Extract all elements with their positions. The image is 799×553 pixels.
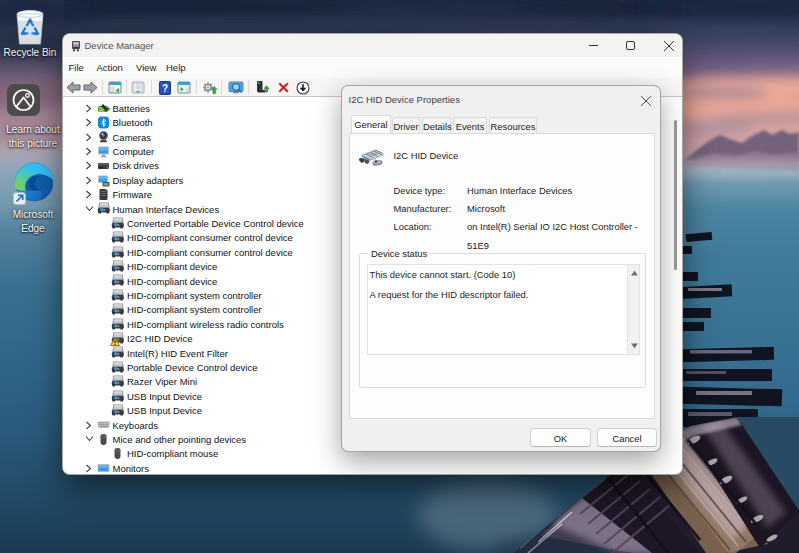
svg-text:?: ? xyxy=(162,82,168,93)
